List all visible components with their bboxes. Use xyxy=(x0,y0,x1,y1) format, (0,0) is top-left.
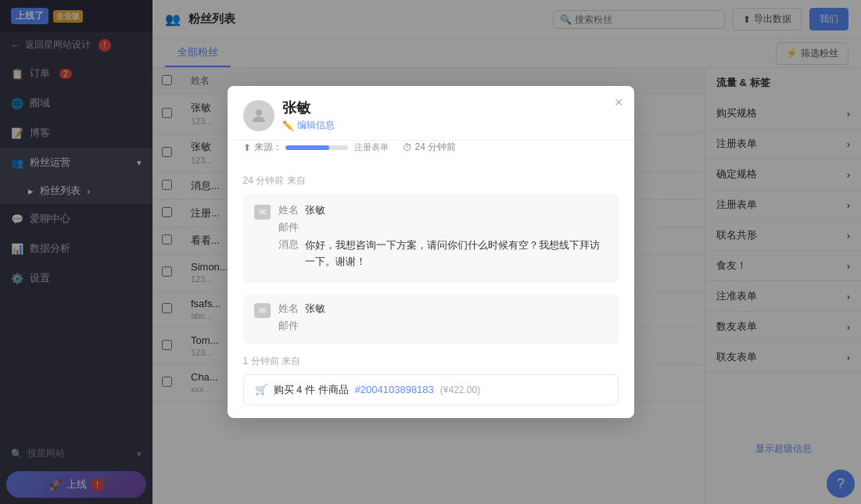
msg-name-label: 姓名 xyxy=(278,203,300,217)
msg-name-row: 姓名 张敏 xyxy=(278,203,608,217)
modal-header: 张敏 ✏️ 编辑信息 xyxy=(228,86,634,141)
source-bar-fill xyxy=(285,145,329,150)
time-icon: ⏱ xyxy=(403,142,412,153)
modal-source: ⬆ 来源： 注册表单 xyxy=(243,141,389,154)
email-name-value: 张敏 xyxy=(305,302,325,316)
msg-name-value: 张敏 xyxy=(305,203,325,217)
purchase-card: 🛒 购买 4 件 件商品 #2004103898183 (¥422.00) xyxy=(243,374,619,406)
email-name-label: 姓名 xyxy=(278,302,300,316)
modal-user-info: 张敏 ✏️ 编辑信息 xyxy=(282,98,619,132)
source-icon: ⬆ xyxy=(243,142,251,153)
modal-edit-button[interactable]: ✏️ 编辑信息 xyxy=(282,119,619,132)
svg-point-0 xyxy=(256,109,262,116)
cart-icon: 🛒 xyxy=(255,384,267,395)
avatar-icon xyxy=(249,106,268,125)
msg-type-icon: ✉ xyxy=(254,205,271,220)
msg-email-row: 邮件 xyxy=(278,220,608,234)
section-time-1: 24 分钟前 来自 xyxy=(243,174,619,188)
modal-body: 24 分钟前 来自 ✉ 姓名 张敏 邮件 消息 xyxy=(228,162,634,418)
email-card: ✉ 姓名 张敏 邮件 xyxy=(243,294,619,344)
source-label: 来源： xyxy=(254,141,282,154)
email-addr-row: 邮件 xyxy=(278,319,608,333)
purchase-amount: (¥422.00) xyxy=(440,384,480,395)
msg-content-label: 消息 xyxy=(278,238,300,270)
edit-icon: ✏️ xyxy=(282,120,294,131)
modal-overlay: × 张敏 ✏️ 编辑信息 ⬆ 来源： xyxy=(0,0,861,504)
time-label: 24 分钟前 xyxy=(415,141,457,154)
email-name-row: 姓名 张敏 xyxy=(278,302,608,316)
purchase-text: 购买 4 件 件商品 xyxy=(274,383,349,397)
email-type-icon: ✉ xyxy=(254,303,271,318)
modal-avatar xyxy=(243,100,274,131)
source-value: 注册表单 xyxy=(354,141,389,153)
modal-time: ⏱ 24 分钟前 xyxy=(403,141,457,154)
edit-label: 编辑信息 xyxy=(297,119,335,132)
msg-email-label: 邮件 xyxy=(278,220,300,234)
msg-content-row: 消息 你好，我想咨询一下方案，请问你们什么时候有空？我想线下拜访一下。谢谢！ xyxy=(278,238,608,270)
purchase-order-link[interactable]: #2004103898183 xyxy=(355,384,434,395)
email-addr-label: 邮件 xyxy=(278,319,300,333)
user-detail-modal: × 张敏 ✏️ 编辑信息 ⬆ 来源： xyxy=(228,86,634,418)
source-bar xyxy=(285,145,348,150)
message-card-1: ✉ 姓名 张敏 邮件 消息 你好，我想咨询一下方案，请问你们什么时候有空？我想 xyxy=(243,194,619,283)
section-time-2: 1 分钟前 来自 xyxy=(243,355,619,368)
modal-meta: ⬆ 来源： 注册表单 ⏱ 24 分钟前 xyxy=(228,141,634,162)
msg-content-value: 你好，我想咨询一下方案，请问你们什么时候有空？我想线下拜访一下。谢谢！ xyxy=(305,238,608,270)
modal-user-name: 张敏 xyxy=(282,98,619,117)
modal-close-button[interactable]: × xyxy=(615,95,623,109)
